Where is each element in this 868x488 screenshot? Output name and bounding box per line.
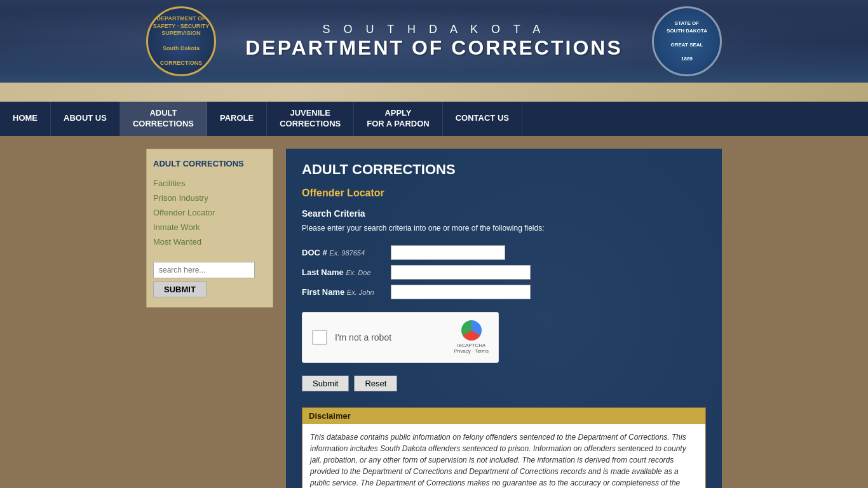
recaptcha-widget[interactable]: I'm not a robot reCAPTCHA Privacy · Term… bbox=[302, 312, 499, 363]
sd-corrections-seal: DEPARTMENT OFSAFETY · SECURITYSUPERVISIO… bbox=[146, 6, 216, 76]
logo-left: DEPARTMENT OFSAFETY · SECURITYSUPERVISIO… bbox=[146, 6, 216, 76]
doc-input[interactable] bbox=[391, 245, 505, 260]
sidebar-item-most-wanted[interactable]: Most Wanted bbox=[153, 234, 266, 249]
disclaimer-header: Disclaimer bbox=[302, 408, 705, 424]
recaptcha-label: I'm not a robot bbox=[335, 332, 446, 342]
first-name-input[interactable] bbox=[391, 285, 531, 299]
header: DEPARTMENT OFSAFETY · SECURITYSUPERVISIO… bbox=[0, 0, 868, 102]
doc-label: DOC # Ex. 987654 bbox=[302, 248, 391, 257]
recaptcha-logo: reCAPTCHA Privacy · Terms bbox=[454, 320, 489, 354]
first-name-row: First Name Ex. John bbox=[302, 285, 706, 299]
sidebar-title: ADULT CORRECTIONS bbox=[153, 159, 266, 168]
recaptcha-brand: reCAPTCHA bbox=[457, 342, 485, 348]
header-background: DEPARTMENT OFSAFETY · SECURITYSUPERVISIO… bbox=[0, 0, 868, 83]
nav-inner: HOME ABOUT US ADULTCORRECTIONS PAROLE JU… bbox=[0, 102, 868, 136]
header-title-block: S O U T H D A K O T A DEPARTMENT OF CORR… bbox=[245, 23, 623, 60]
search-criteria-heading: Search Criteria bbox=[302, 208, 706, 219]
section-subtitle: Offender Locator bbox=[302, 187, 706, 199]
submit-button[interactable]: Submit bbox=[302, 376, 349, 391]
last-name-row: Last Name Ex. Doe bbox=[302, 265, 706, 280]
disclaimer-paragraph-1: This database contains public informatio… bbox=[310, 431, 698, 488]
sidebar-box: ADULT CORRECTIONS Facilities Prison Indu… bbox=[146, 149, 273, 308]
sidebar-item-facilities[interactable]: Facilities bbox=[153, 176, 266, 191]
doc-row: DOC # Ex. 987654 bbox=[302, 245, 706, 260]
search-form: DOC # Ex. 987654 Last Name Ex. Doe First… bbox=[302, 245, 706, 391]
sidebar-item-inmate-work[interactable]: Inmate Work bbox=[153, 220, 266, 234]
last-name-label: Last Name Ex. Doe bbox=[302, 268, 391, 277]
nav-juvenile-corrections[interactable]: JUVENILECORRECTIONS bbox=[267, 102, 354, 136]
state-name: S O U T H D A K O T A bbox=[245, 23, 623, 36]
search-input[interactable] bbox=[153, 262, 255, 278]
search-submit-button[interactable]: SUBMIT bbox=[153, 281, 207, 297]
last-name-input[interactable] bbox=[391, 265, 531, 280]
nav-parole[interactable]: PAROLE bbox=[207, 102, 267, 136]
nav-contact[interactable]: CONTACT US bbox=[443, 102, 522, 136]
recaptcha-icon bbox=[461, 320, 482, 341]
first-name-label: First Name Ex. John bbox=[302, 287, 391, 297]
disclaimer-box: Disclaimer This database contains public… bbox=[302, 407, 706, 488]
content-wrapper: ADULT CORRECTIONS Facilities Prison Indu… bbox=[0, 136, 868, 488]
nav-adult-corrections[interactable]: ADULTCORRECTIONS bbox=[120, 102, 207, 136]
sidebar-item-prison-industry[interactable]: Prison Industry bbox=[153, 191, 266, 205]
disclaimer-body: This database contains public informatio… bbox=[302, 424, 705, 488]
logo-right: STATE OFSOUTH DAKOTAGREAT SEAL1889 bbox=[652, 6, 722, 76]
doc-hint: Ex. 987654 bbox=[329, 249, 365, 257]
recaptcha-policy: Privacy · Terms bbox=[454, 348, 489, 354]
reset-button[interactable]: Reset bbox=[354, 376, 397, 391]
nav-bar: HOME ABOUT US ADULTCORRECTIONS PAROLE JU… bbox=[0, 102, 868, 136]
page-title: ADULT CORRECTIONS bbox=[302, 161, 706, 178]
sd-state-seal: STATE OFSOUTH DAKOTAGREAT SEAL1889 bbox=[652, 6, 722, 76]
nav-about[interactable]: ABOUT US bbox=[51, 102, 120, 136]
search-criteria-desc: Please enter your search criteria into o… bbox=[302, 224, 706, 233]
last-name-hint: Ex. Doe bbox=[346, 269, 370, 276]
first-name-hint: Ex. John bbox=[347, 288, 374, 296]
nav-apply-pardon[interactable]: APPLYFOR A PARDON bbox=[354, 102, 442, 136]
main-content: ADULT CORRECTIONS Offender Locator Searc… bbox=[286, 149, 722, 488]
recaptcha-checkbox[interactable] bbox=[312, 330, 327, 345]
form-buttons: Submit Reset bbox=[302, 376, 706, 391]
nav-home[interactable]: HOME bbox=[0, 102, 51, 136]
sidebar-search: SUBMIT bbox=[153, 262, 266, 297]
sidebar: ADULT CORRECTIONS Facilities Prison Indu… bbox=[146, 149, 273, 488]
sidebar-item-offender-locator[interactable]: Offender Locator bbox=[153, 205, 266, 220]
dept-name: DEPARTMENT OF CORRECTIONS bbox=[245, 36, 623, 60]
